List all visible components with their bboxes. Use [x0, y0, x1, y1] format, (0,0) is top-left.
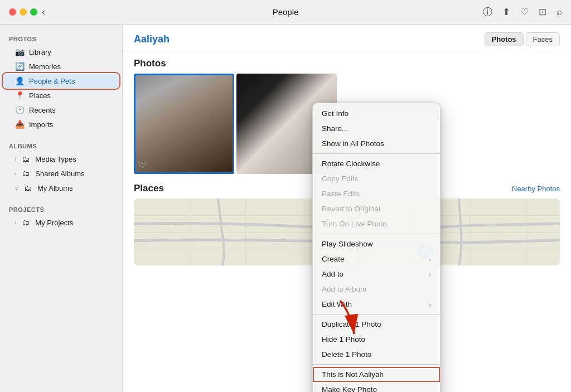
sidebar-item-memories[interactable]: 🔄 Memories: [3, 59, 119, 74]
imports-icon: 📥: [14, 120, 25, 129]
photo-cell-1[interactable]: ♡: [134, 74, 234, 174]
titlebar-left: ‹: [9, 6, 45, 18]
info-icon[interactable]: ⓘ: [483, 6, 492, 18]
recents-icon: 🕐: [14, 105, 25, 114]
add-to-arrow-icon: ›: [429, 271, 431, 278]
sidebar-label-imports: Imports: [29, 120, 53, 129]
menu-label-not-aaliyah: This is Not Aaliyah: [322, 370, 384, 379]
sidebar-label-my-projects: My Projects: [35, 219, 73, 227]
sidebar-item-places[interactable]: 📍 Places: [3, 88, 119, 103]
toggle-faces[interactable]: Faces: [526, 32, 560, 46]
slideshow-icon[interactable]: ⊡: [539, 6, 546, 18]
menu-separator-3: [313, 314, 440, 314]
menu-item-turn-on-live-photo: Turn On Live Photo: [313, 216, 440, 231]
sidebar: Photos 📷 Library 🔄 Memories 👤 People & P…: [0, 25, 123, 392]
sidebar-label-places: Places: [29, 91, 51, 100]
photos-section-label: Photos: [123, 51, 571, 74]
menu-item-revert-to-original: Revert to Original: [313, 201, 440, 216]
sidebar-section-header-photos: Photos: [0, 31, 122, 45]
chevron-right-icon-shared: ›: [14, 171, 16, 177]
chevron-right-icon: ›: [14, 156, 16, 162]
menu-label-share: Share...: [322, 124, 348, 133]
menu-item-create[interactable]: Create ›: [313, 251, 440, 267]
sidebar-item-shared-albums[interactable]: › 🗂 Shared Albums: [3, 166, 119, 181]
places-icon: 📍: [14, 91, 25, 100]
menu-item-delete[interactable]: Delete 1 Photo: [313, 347, 440, 362]
search-icon[interactable]: ⌕: [557, 7, 562, 18]
menu-item-copy-edits: Copy Edits: [313, 171, 440, 186]
window-title: People: [273, 7, 299, 17]
sidebar-label-media-types: Media Types: [35, 155, 76, 163]
heart-icon: ♡: [138, 160, 146, 171]
my-projects-icon: 🗂: [21, 218, 31, 227]
maximize-button[interactable]: [30, 8, 37, 16]
sidebar-label-people-pets: People & Pets: [29, 77, 75, 85]
menu-item-not-aaliyah[interactable]: This is Not Aaliyah: [313, 367, 440, 382]
library-icon: 📷: [14, 47, 25, 56]
menu-label-get-info: Get Info: [322, 109, 349, 118]
menu-label-delete: Delete 1 Photo: [322, 350, 371, 359]
toggle-photos[interactable]: Photos: [485, 32, 524, 46]
menu-item-play-slideshow[interactable]: Play Slideshow: [313, 236, 440, 251]
menu-item-add-to[interactable]: Add to ›: [313, 267, 440, 282]
menu-label-paste-edits: Paste Edits: [322, 190, 360, 198]
sidebar-section-header-projects: Projects: [0, 202, 122, 215]
person-photo: [134, 74, 234, 174]
sidebar-label-library: Library: [29, 48, 51, 56]
sidebar-section-photos: Photos 📷 Library 🔄 Memories 👤 People & P…: [0, 31, 122, 132]
sidebar-label-recents: Recents: [29, 106, 56, 114]
menu-item-hide[interactable]: Hide 1 Photo: [313, 332, 440, 347]
titlebar-icons: ⓘ ⬆ ♡ ⊡ ⌕: [483, 6, 562, 18]
memories-icon: 🔄: [14, 62, 25, 71]
sidebar-item-imports[interactable]: 📥 Imports: [3, 117, 119, 132]
titlebar: ‹ People ⓘ ⬆ ♡ ⊡ ⌕: [0, 0, 571, 25]
close-button[interactable]: [9, 8, 16, 16]
menu-item-duplicate[interactable]: Duplicate 1 Photo: [313, 317, 440, 332]
sidebar-item-library[interactable]: 📷 Library: [3, 45, 119, 59]
my-albums-icon: 🗂: [23, 183, 33, 192]
sidebar-label-shared-albums: Shared Albums: [35, 170, 84, 178]
shared-albums-icon: 🗂: [21, 169, 31, 178]
sidebar-item-my-projects[interactable]: › 🗂 My Projects: [3, 215, 119, 230]
sidebar-item-media-types[interactable]: › 🗂 Media Types: [3, 152, 119, 166]
sidebar-section-header-albums: Albums: [0, 138, 122, 152]
menu-label-duplicate: Duplicate 1 Photo: [322, 320, 381, 328]
menu-item-edit-with[interactable]: Edit With ›: [313, 297, 440, 312]
sidebar-item-my-albums[interactable]: ∨ 🗂 My Albums: [3, 181, 119, 195]
minimize-button[interactable]: [20, 8, 27, 16]
menu-label-play-slideshow: Play Slideshow: [322, 240, 373, 248]
view-toggle: Photos Faces: [485, 32, 560, 46]
sidebar-label-my-albums: My Albums: [37, 184, 73, 192]
chevron-down-icon: ∨: [14, 185, 18, 191]
menu-item-add-to-album: Add to Album: [313, 282, 440, 297]
menu-item-rotate-clockwise[interactable]: Rotate Clockwise: [313, 156, 440, 171]
menu-label-show-in-all-photos: Show in All Photos: [322, 139, 384, 148]
media-types-icon: 🗂: [21, 154, 31, 163]
menu-label-add-to: Add to: [322, 270, 343, 278]
sidebar-item-recents[interactable]: 🕐 Recents: [3, 103, 119, 117]
sidebar-label-memories: Memories: [29, 62, 61, 71]
menu-separator-1: [313, 153, 440, 154]
context-menu: Get Info Share... Show in All Photos Rot…: [312, 103, 441, 392]
menu-label-create: Create: [322, 255, 345, 263]
menu-label-add-to-album: Add to Album: [322, 285, 366, 293]
edit-with-arrow-icon: ›: [429, 301, 431, 308]
places-label: Places: [134, 183, 164, 194]
context-menu-overlay: Get Info Share... Show in All Photos Rot…: [312, 103, 441, 392]
person-name: Aaliyah: [134, 33, 170, 45]
nearby-photos-link[interactable]: Nearby Photos: [512, 185, 560, 193]
people-pets-icon: 👤: [14, 76, 25, 85]
favorite-icon[interactable]: ♡: [520, 6, 529, 18]
back-button[interactable]: ‹: [42, 6, 45, 18]
menu-item-show-in-all-photos[interactable]: Show in All Photos: [313, 136, 440, 151]
share-icon[interactable]: ⬆: [502, 6, 510, 18]
menu-label-revert-to-original: Revert to Original: [322, 205, 380, 213]
sidebar-item-people-pets[interactable]: 👤 People & Pets: [3, 74, 119, 88]
sidebar-section-albums: Albums › 🗂 Media Types › 🗂 Shared Albums…: [0, 138, 122, 195]
menu-label-hide: Hide 1 Photo: [322, 335, 365, 343]
menu-separator-2: [313, 234, 440, 234]
create-arrow-icon: ›: [429, 256, 431, 263]
menu-item-share[interactable]: Share...: [313, 121, 440, 136]
menu-item-get-info[interactable]: Get Info: [313, 106, 440, 121]
menu-item-make-key-photo[interactable]: Make Key Photo: [313, 382, 440, 392]
